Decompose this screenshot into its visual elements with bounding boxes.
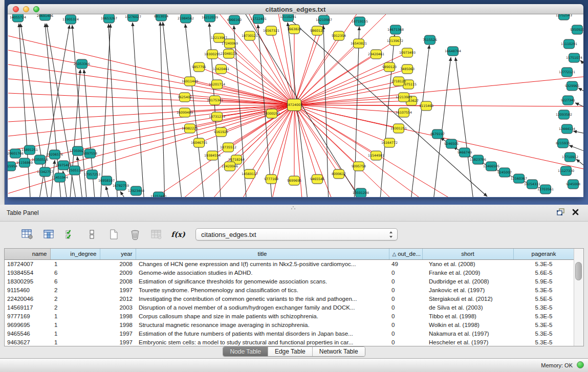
graph-node[interactable]: 7663822 [287,25,301,34]
column-header-out_de[interactable]: △out_de... [389,249,422,259]
graph-node[interactable]: 12139672 [387,36,403,46]
graph-node[interactable]: 11905324 [62,15,79,24]
delete-table-button[interactable] [149,228,164,241]
graph-node[interactable]: 12420461 [213,64,229,74]
graph-node[interactable]: 21053346 [74,59,90,69]
graph-node[interactable]: 22048118 [221,49,237,58]
show-columns-button[interactable] [42,228,56,241]
graph-node[interactable]: 15751074 [566,53,582,62]
column-header-in_degree[interactable]: in_degree [50,249,100,259]
graph-node[interactable]: 9245008 [566,180,580,189]
graph-node[interactable]: 14982225 [182,124,198,133]
table-row[interactable]: 911546021997Tourette syndrome. Phenomeno… [5,286,574,294]
table-row[interactable]: 1938455462009Genome-wide association stu… [5,268,574,277]
graph-node[interactable]: 11451944 [52,173,68,182]
new-column-button[interactable] [106,228,121,241]
graph-node[interactable]: 9095758 [352,162,366,171]
graph-node[interactable]: 18301251 [390,124,407,133]
graph-node[interactable]: 9777169 [264,174,278,184]
graph-node[interactable]: 8813014 [154,14,168,21]
panel-resize-handle[interactable] [290,206,297,210]
graph-node[interactable]: 5912354 [332,31,346,40]
column-header-pagerank[interactable]: pagerank [513,249,574,259]
graph-node[interactable]: 9161925 [214,127,228,137]
graph-node[interactable]: 15722401 [250,14,267,24]
graph-node[interactable]: 14671368 [387,25,404,34]
table-scrollbar[interactable] [574,249,583,346]
graph-node[interactable]: 11823786 [470,155,486,164]
graph-node[interactable]: 21984562 [178,14,194,23]
function-builder-button[interactable]: f(x) [171,228,185,241]
table-row[interactable]: 1872400712008Changes of HCN gene express… [5,259,574,268]
table-row[interactable]: 1830029562008Estimation of significance … [5,277,574,286]
tab-node-table[interactable]: Node Table [223,347,268,356]
graph-node[interactable]: 12466505 [483,162,499,171]
graph-node[interactable]: 12703561 [537,185,554,194]
close-icon[interactable] [572,209,579,215]
graph-node[interactable]: 17359924 [70,146,86,156]
graph-node[interactable]: 20206576 [47,150,63,159]
graph-node[interactable]: 16099489 [177,108,193,117]
graph-node[interactable]: 12752543 [556,14,572,20]
graph-node[interactable]: 16648784 [445,47,461,56]
table-row[interactable]: 946362711997Embryonic stem cells: a mode… [5,338,574,346]
graph-node[interactable]: 12093582 [556,110,572,119]
graph-node[interactable]: 17957253 [84,170,100,179]
graph-node[interactable]: 2718120 [391,77,406,86]
column-header-year[interactable]: year [100,249,136,259]
graph-node[interactable]: 23420461 [368,50,384,59]
column-header-name[interactable]: name [5,249,50,259]
table-scrollbar-thumb[interactable] [575,262,582,280]
graph-node[interactable]: 16782759 [113,181,129,190]
network-table-select[interactable]: citations_edges.txt [195,228,398,240]
graph-node[interactable]: 15276027 [125,14,141,21]
graph-node[interactable]: 9245007 [497,168,512,177]
graph-node[interactable]: 12923448 [128,186,144,195]
graph-node[interactable]: 9857791 [192,62,206,72]
graph-node[interactable]: 18300295 [204,50,221,59]
graph-node[interactable]: 8215935 [556,139,570,148]
graph-node[interactable]: 14210987 [316,15,332,25]
graph-node[interactable]: 7515526 [423,35,437,45]
graph-node[interactable]: 7625402 [178,93,192,102]
graph-node[interactable]: 12444134 [559,124,575,134]
graph-node[interactable]: 9227341 [561,96,575,105]
table-options-button[interactable] [20,228,35,241]
graph-node[interactable]: 20601766 [8,149,24,158]
network-window-titlebar[interactable]: citations_edges.txt [8,4,583,14]
graph-node[interactable]: 8099617 [332,169,346,179]
table-row[interactable]: 977716911998Corpus callosum shape and si… [5,312,574,320]
graph-node[interactable]: 9466749 [458,148,472,157]
table-row[interactable]: 946554611997Estimation of the future num… [5,329,574,338]
graph-node[interactable]: 9350929 [570,25,583,34]
graph-node[interactable]: 12110291 [280,14,296,21]
graph-node[interactable]: 12342757 [37,167,53,177]
graph-node[interactable]: 16107554 [396,108,412,117]
row-mode-button[interactable] [85,228,99,241]
graph-node[interactable]: 9329965 [565,81,579,91]
select-columns-button[interactable] [63,228,78,241]
graph-node[interactable]: 14055724 [10,14,26,22]
graph-node[interactable]: 20691406 [37,14,53,20]
graph-node[interactable]: 16046755 [191,138,207,147]
graph-node[interactable]: 9115460 [419,101,433,111]
graph-node[interactable]: 15891251 [21,145,38,155]
graph-node[interactable]: 11110291 [561,39,577,49]
graph-node[interactable]: 16567321 [263,26,279,35]
graph-node[interactable]: 12772121 [559,68,575,77]
table-row[interactable]: 969969511998Structural magnetic resonanc… [5,320,574,329]
graph-node[interactable]: 9246505 [444,139,459,148]
graph-node[interactable]: 9097558 [83,149,97,158]
graph-node[interactable]: 11127330 [558,166,574,176]
graph-node[interactable]: 9699695 [287,176,301,185]
graph-node[interactable]: 9465546 [310,174,324,184]
column-header-title[interactable]: title [136,249,389,259]
graph-node[interactable]: 18730121 [242,31,258,40]
tab-edge-table[interactable]: Edge Table [268,347,313,356]
graph-node[interactable]: 16958107 [98,176,115,185]
graph-node[interactable]: 8679197 [430,129,445,139]
graph-node[interactable]: 18724007 [286,99,302,111]
graph-node[interactable]: 18735512 [220,143,236,152]
graph-node[interactable]: 16164772 [381,138,398,147]
graph-node[interactable]: 6966160 [227,15,242,25]
